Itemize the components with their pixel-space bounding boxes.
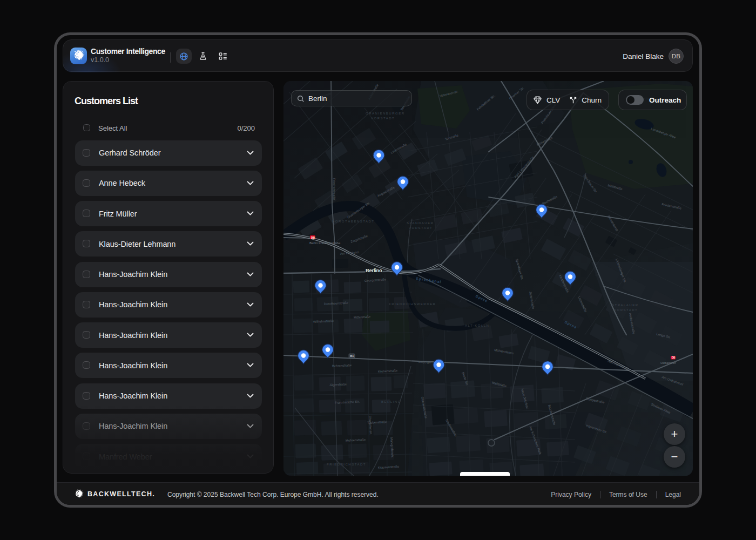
svg-text:DB: DB <box>311 236 315 239</box>
svg-text:B1: B1 <box>350 354 354 357</box>
svg-text:VORSTADT: VORSTADT <box>614 308 638 312</box>
svg-text:Friedrichstraße: Friedrichstraße <box>333 178 336 200</box>
svg-text:Ostbahnhof: Ostbahnhof <box>660 361 676 364</box>
svg-text:VORSTADT: VORSTADT <box>371 117 395 120</box>
svg-text:Berlino: Berlino <box>366 267 382 273</box>
svg-text:BERLINO: BERLINO <box>381 400 401 403</box>
svg-text:DOROTHEENSTADT: DOROTHEENSTADT <box>332 220 375 223</box>
svg-text:VORSTADT: VORSTADT <box>409 226 433 230</box>
svg-text:FRIEDRICHSTADT: FRIEDRICHSTADT <box>327 463 366 466</box>
svg-text:Berlin Friedrichstraße: Berlin Friedrichstraße <box>309 241 341 245</box>
svg-text:SPANDAUER: SPANDAUER <box>407 221 434 225</box>
svg-text:DB: DB <box>672 356 676 359</box>
svg-text:ORANIENBURGER: ORANIENBURGER <box>366 112 405 115</box>
svg-text:FRIEDRICHSWERDER: FRIEDRICHSWERDER <box>389 302 436 306</box>
svg-text:STRALAUER: STRALAUER <box>612 303 639 307</box>
svg-text:ALT-KÖLLN: ALT-KÖLLN <box>465 324 489 327</box>
